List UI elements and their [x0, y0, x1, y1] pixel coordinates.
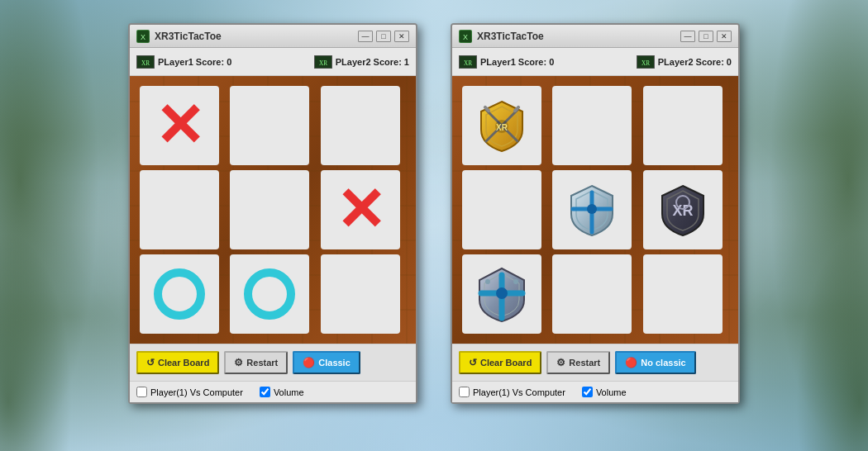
cell-0-0-2[interactable]: XR [462, 86, 541, 165]
vs-computer-checkbox-2[interactable]: Player(1) Vs Computer [459, 387, 565, 397]
gear-icon-restart-1: ⚙ [234, 357, 243, 368]
cell-0-2-1[interactable] [321, 86, 400, 165]
svg-point-25 [496, 287, 508, 299]
player1-score-text-2: PLayer1 Score: 0 [480, 57, 554, 67]
clear-board-button-2[interactable]: ↺ Clear Board [459, 351, 541, 374]
cell-1-0-1[interactable] [140, 170, 219, 249]
player1-flag-1: XR [136, 55, 155, 69]
player1-flag-2: XR [459, 55, 477, 69]
titlebar-buttons-1: — □ ✕ [358, 31, 409, 42]
noclassic-button-2[interactable]: 🔴 No classic [615, 351, 695, 374]
volume-input-1[interactable] [260, 387, 270, 397]
minimize-button-2[interactable]: — [680, 31, 695, 42]
cell-1-2-2[interactable]: XR [643, 170, 723, 249]
player2-flag-1: XR [314, 55, 332, 69]
svg-text:XR: XR [464, 59, 472, 66]
app-icon-1: X [136, 30, 150, 43]
svg-text:XR: XR [496, 123, 508, 132]
board-grid-1: ✕ ✕ [140, 86, 406, 334]
cell-0-2-2[interactable] [643, 86, 723, 165]
scorebar-2: XR PLayer1 Score: 0 XR PLayer2 Score: 0 [452, 48, 738, 76]
window-2: X XR3TicTacToe — □ ✕ XR PLayer1 Score: 0 [451, 23, 740, 404]
titlebar-1: X XR3TicTacToe — □ ✕ [130, 25, 416, 48]
classic-button-1[interactable]: 🔴 Classic [293, 351, 360, 374]
board-area-2: XR [452, 76, 738, 344]
opera-icon-classic-2: 🔴 [625, 357, 637, 368]
vs-computer-label-2: Player(1) Vs Computer [473, 387, 565, 397]
player2-flag-2: XR [637, 55, 655, 69]
cell-2-2-2[interactable] [643, 254, 723, 334]
svg-text:X: X [141, 33, 145, 41]
scorebar-1: XR PLayer1 Score: 0 XR PLayer2 Score: 1 [130, 48, 416, 76]
svg-point-20 [587, 204, 597, 214]
refresh-icon-clear-2: ↺ [469, 357, 477, 368]
clear-label-2: Clear Board [480, 358, 532, 368]
app-icon-2: X [459, 30, 472, 43]
restart-button-1[interactable]: ⚙ Restart [224, 351, 288, 374]
classic-label-2: No classic [641, 358, 685, 368]
vs-computer-input-2[interactable] [459, 387, 470, 397]
cell-0-1-2[interactable] [552, 86, 632, 165]
minimize-button-1[interactable]: — [358, 31, 373, 42]
svg-text:XR: XR [141, 59, 150, 66]
player2-score-text-2: PLayer2 Score: 0 [658, 57, 732, 67]
player2-score-text-1: PLayer2 Score: 1 [336, 57, 409, 67]
vs-computer-label-1: Player(1) Vs Computer [150, 387, 243, 397]
windows-container: X XR3TicTacToe — □ ✕ XR PLayer1 Score: 0 [0, 23, 868, 404]
clear-label-1: Clear Board [158, 358, 209, 368]
titlebar-2: X XR3TicTacToe — □ ✕ [452, 25, 738, 48]
close-button-2[interactable]: ✕ [717, 31, 732, 42]
volume-checkbox-2[interactable]: Volume [582, 387, 627, 397]
cell-2-1-1[interactable] [230, 254, 309, 334]
checkbox-row-1: Player(1) Vs Computer Volume [130, 381, 416, 402]
vs-computer-input-1[interactable] [136, 387, 147, 397]
maximize-button-1[interactable]: □ [376, 31, 391, 42]
shield-cross-icon [471, 263, 532, 325]
cell-1-0-2[interactable] [462, 170, 541, 249]
volume-input-2[interactable] [582, 387, 593, 397]
refresh-icon-clear-1: ↺ [146, 357, 155, 368]
board-grid-2: XR [462, 86, 728, 334]
o-mark-2-0 [154, 268, 205, 320]
classic-label-1: Classic [318, 358, 351, 368]
cell-2-0-1[interactable] [140, 254, 219, 334]
cell-2-1-2[interactable] [552, 254, 632, 334]
cell-0-0-1[interactable]: ✕ [140, 86, 219, 165]
svg-text:XR: XR [672, 202, 693, 219]
player1-score-text-1: PLayer1 Score: 0 [158, 57, 231, 67]
player1-score-item-2: XR PLayer1 Score: 0 [459, 55, 554, 69]
gear-icon-restart-2: ⚙ [556, 357, 565, 368]
cell-0-1-1[interactable] [230, 86, 309, 165]
vs-computer-checkbox-1[interactable]: Player(1) Vs Computer [136, 387, 243, 397]
clear-board-button-1[interactable]: ↺ Clear Board [136, 351, 219, 374]
cell-1-2-1[interactable]: ✕ [321, 170, 400, 249]
player1-score-item-1: XR PLayer1 Score: 0 [136, 55, 231, 69]
volume-label-1: Volume [274, 387, 304, 397]
restart-label-1: Restart [246, 358, 278, 368]
window-title-2: XR3TicTacToe [477, 31, 680, 42]
volume-label-2: Volume [596, 387, 627, 397]
shield-gold-icon: XR [471, 95, 532, 156]
player2-score-item-1: XR PLayer2 Score: 1 [314, 55, 409, 69]
checkbox-row-2: Player(1) Vs Computer Volume [452, 381, 738, 402]
close-button-1[interactable]: ✕ [394, 31, 409, 42]
bottom-buttons-2: ↺ Clear Board ⚙ Restart 🔴 No classic [452, 344, 738, 381]
cell-2-2-1[interactable] [321, 254, 400, 334]
player2-score-item-2: XR PLayer2 Score: 0 [637, 55, 732, 69]
svg-text:XR: XR [641, 59, 650, 66]
board-area-1: ✕ ✕ [130, 76, 416, 344]
cell-1-1-1[interactable] [230, 170, 309, 249]
svg-point-26 [485, 279, 490, 284]
bottom-buttons-1: ↺ Clear Board ⚙ Restart 🔴 Classic [130, 344, 416, 381]
svg-text:XR: XR [319, 59, 327, 66]
volume-checkbox-1[interactable]: Volume [260, 387, 304, 397]
svg-point-27 [513, 279, 518, 284]
maximize-button-2[interactable]: □ [699, 31, 713, 42]
cell-1-1-2[interactable] [552, 170, 632, 249]
o-mark-2-1 [244, 268, 295, 320]
restart-button-2[interactable]: ⚙ Restart [546, 351, 610, 374]
x-mark-1-2: ✕ [336, 180, 385, 240]
opera-icon-classic-1: 🔴 [303, 357, 315, 368]
cell-2-0-2[interactable] [462, 254, 541, 334]
window-title-1: XR3TicTacToe [155, 31, 358, 42]
